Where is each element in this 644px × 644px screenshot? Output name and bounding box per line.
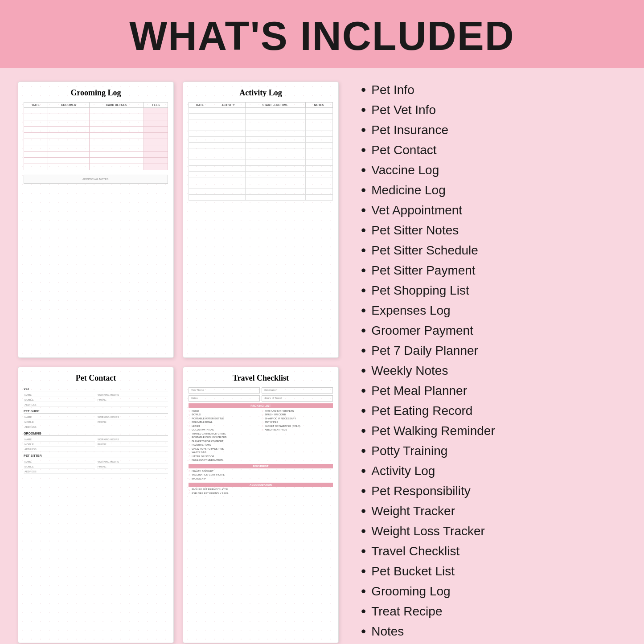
activity-cell: [245, 189, 305, 195]
packing-item: LITTER OR SCOOP: [189, 455, 260, 458]
activity-cell: [189, 177, 211, 183]
activity-cell: [211, 119, 245, 125]
pet-contact-title: Pet Contact: [24, 373, 168, 383]
list-item: Pet Contact: [361, 142, 626, 158]
activity-cell: [189, 154, 211, 160]
contact-section-pet-sitter: PET SITTERNAMEWORKING HOURSMOBILEPHONEAD…: [24, 454, 168, 474]
list-item: Treat Recipe: [361, 603, 626, 619]
content-area: Grooming Log DATE GROOMER CARD DETAILS F…: [0, 68, 644, 644]
activity-cell: [211, 172, 245, 177]
list-item: Vet Appointment: [361, 202, 626, 218]
grooming-cell: [144, 127, 168, 133]
packing-item: FOOD: [189, 409, 260, 412]
list-item: Potty Training: [361, 443, 626, 459]
travel-checklist-title: Travel Checklist: [189, 373, 333, 383]
list-item: Pet Sitter Notes: [361, 222, 626, 238]
dates-field: Dates: [189, 395, 260, 402]
list-item: Pet 7 Daily Planner: [361, 342, 626, 359]
accommodation-item: EXPLORE PET FRIENDLY AREA: [189, 492, 333, 495]
activity-cell: [305, 154, 332, 160]
packing-item-right: FIRST AID KIT FOR PETS: [262, 409, 333, 412]
packing-item: WASTE BAG: [189, 451, 260, 454]
activity-cell: [211, 108, 245, 114]
activity-cell: [305, 108, 332, 114]
list-item: Pet Walking Reminder: [361, 422, 626, 439]
activity-cell: [189, 131, 211, 137]
grooming-cell: [48, 164, 89, 170]
destination-field: Destination: [262, 387, 333, 394]
activity-cell: [189, 125, 211, 131]
grooming-log-title: Grooming Log: [24, 88, 168, 98]
previews-section: Grooming Log DATE GROOMER CARD DETAILS F…: [18, 82, 339, 643]
activity-cell: [189, 119, 211, 125]
packing-item-right: JACKET OR SWEATER (COLD): [262, 424, 333, 427]
grooming-cell: [48, 120, 89, 127]
grooming-cell: [89, 114, 144, 120]
activity-cell: [305, 125, 332, 131]
activity-cell: [211, 154, 245, 160]
list-item: Pet Shopping List: [361, 282, 626, 299]
activity-cell: [189, 160, 211, 166]
travel-dates-row: Dates Hours of Travel: [189, 395, 333, 402]
contact-section-label: PET SHOP: [24, 410, 168, 414]
activity-cell: [211, 160, 245, 166]
activity-cell: [305, 195, 332, 201]
grooming-cell: [24, 133, 48, 139]
grooming-cell: [48, 127, 89, 133]
grooming-cell: [48, 145, 89, 152]
activity-cell: [189, 195, 211, 201]
grooming-cell: [89, 152, 144, 158]
list-item: Pet Eating Record: [361, 402, 626, 419]
grooming-cell: [48, 133, 89, 139]
activity-cell: [211, 177, 245, 183]
document-item: HEALTH BOOKLET: [189, 469, 333, 472]
list-item: Pet Bucket List: [361, 563, 626, 579]
packing-right: FIRST AID KIT FOR PETSBRUSH OR COMBSHAMP…: [262, 409, 333, 462]
grooming-cell: [89, 120, 144, 127]
list-item: Grooming Log: [361, 583, 626, 599]
packing-item: LEASH: [189, 424, 260, 427]
activity-cell: [245, 131, 305, 137]
document-section-title: DOCUMENT: [189, 464, 333, 468]
contact-section-label: PET SITTER: [24, 454, 168, 458]
packing-item: BOWLS: [189, 413, 260, 416]
activity-cell: [211, 195, 245, 201]
hours-field: Hours of Travel: [262, 395, 333, 402]
act-col-notes: NOTES: [305, 103, 332, 108]
activity-cell: [305, 114, 332, 119]
pets-name-field: Pets Name: [189, 387, 260, 394]
activity-cell: [189, 137, 211, 143]
grooming-cell: [48, 152, 89, 158]
list-section: Pet InfoPet Vet InfoPet InsurancePet Con…: [352, 82, 626, 643]
activity-cell: [189, 183, 211, 189]
grooming-cell: [24, 139, 48, 145]
activity-cell: [305, 177, 332, 183]
list-item: Pet Sitter Schedule: [361, 242, 626, 258]
grooming-cell: [144, 145, 168, 152]
grooming-cell: [89, 145, 144, 152]
activity-cell: [245, 125, 305, 131]
activity-cell: [211, 125, 245, 131]
activity-cell: [305, 131, 332, 137]
act-col-date: DATE: [189, 103, 211, 108]
packing-item: BLANKETS FOR COMFORT: [189, 439, 260, 443]
activity-cell: [245, 137, 305, 143]
grooming-log-card: Grooming Log DATE GROOMER CARD DETAILS F…: [18, 82, 174, 358]
activity-cell: [211, 166, 245, 172]
grooming-cell: [89, 108, 144, 114]
packing-item: TRAVEL CARRIER OR CRATE: [189, 432, 260, 435]
grooming-cell: [48, 158, 89, 164]
packing-list-title: PACKING LIST: [189, 403, 333, 408]
list-item: Activity Log: [361, 463, 626, 479]
grooming-cell: [144, 108, 168, 114]
accommodation-section: ACCOMODATION ENSURE PET FRIENDLY HOTELEX…: [189, 483, 333, 496]
accommodation-item: ENSURE PET FRIENDLY HOTEL: [189, 488, 333, 491]
list-item: Weight Tracker: [361, 503, 626, 519]
activity-cell: [305, 166, 332, 172]
activity-cell: [245, 108, 305, 114]
activity-cell: [305, 172, 332, 177]
activity-cell: [211, 114, 245, 119]
grooming-cell: [24, 158, 48, 164]
list-item: Pet Meal Planner: [361, 382, 626, 399]
top-header: WHAT'S INCLUDED: [0, 0, 644, 68]
